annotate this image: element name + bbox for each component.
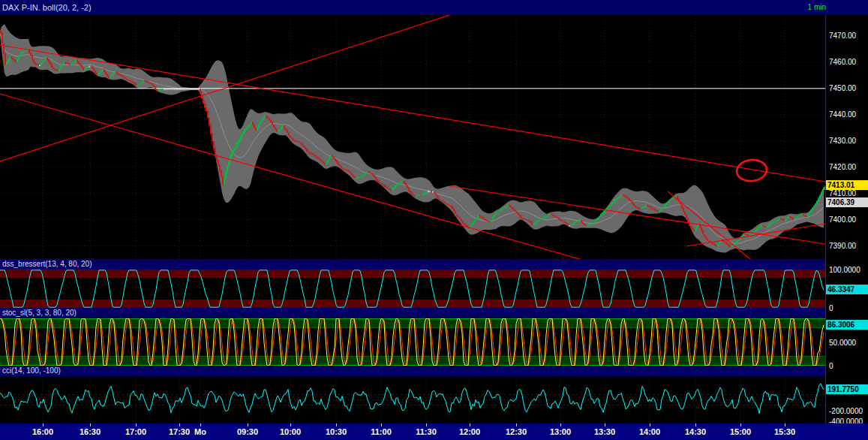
time-axis-label: 16:30 (80, 427, 101, 436)
price-axis-column[interactable]: 7413.01 7406.39 46.3347 86.3006 191.7750… (825, 15, 868, 423)
time-axis-label: 11:30 (416, 427, 437, 436)
axis-tick-label: 7390.00 (829, 242, 856, 250)
time-axis-label: 12:30 (506, 427, 527, 436)
timeframe-label: 1 min (808, 0, 826, 15)
time-axis-tick (650, 423, 650, 426)
cci-panel-header: cci(14, 100, -100) (0, 366, 868, 376)
dss-canvas (0, 270, 825, 308)
axis-tick-label: 7450.00 (829, 84, 856, 92)
time-axis-tick (290, 423, 291, 426)
axis-tick-label: 0 (829, 362, 833, 370)
stoc-value-badge: 86.3006 (826, 320, 868, 330)
time-axis-tick (516, 423, 517, 426)
time-axis-label: 13:00 (550, 427, 571, 436)
trading-app-window: DAX P-IN. boll(20, 2, -2) 1 min dss_bres… (0, 0, 868, 440)
time-axis-label: 17:00 (125, 427, 146, 436)
time-axis-label: Mo (194, 427, 206, 436)
dss-panel-header: dss_bressert(13, 4, 80, 20) (0, 259, 868, 270)
axis-tick-label: 50.0000 (829, 339, 856, 347)
time-axis[interactable]: 16:0016:3017:0017:30Mo09:3010:0010:3011:… (0, 423, 868, 440)
candlestick-canvas (0, 15, 825, 259)
main-price-chart[interactable] (0, 15, 825, 259)
axis-tick-label: 7460.00 (829, 58, 856, 66)
cci-indicator-panel[interactable] (0, 376, 825, 423)
time-axis-tick (43, 423, 44, 426)
axis-tick-label: 7410.00 (829, 189, 856, 197)
time-axis-tick (136, 423, 137, 426)
axis-tick-label: -200.0000 (829, 407, 863, 415)
time-axis-tick (470, 423, 470, 426)
time-axis-tick (740, 423, 741, 426)
cci-value-badge: 191.7750 (826, 384, 868, 394)
time-axis-label: 10:30 (326, 427, 347, 436)
time-axis-tick (605, 423, 605, 426)
time-axis-label: 14:30 (685, 427, 706, 436)
time-axis-label: 10:00 (280, 427, 301, 436)
time-axis-label: 09:30 (237, 427, 258, 436)
stochastic-panel-header: stoc_sl(5, 3, 3, 80, 20) (0, 308, 868, 318)
axis-tick-label: 7440.00 (829, 110, 856, 119)
stochastic-panel-title: stoc_sl(5, 3, 3, 80, 20) (2, 309, 77, 317)
time-axis-label: 15:30 (774, 427, 795, 436)
time-axis-label: 12:00 (459, 427, 480, 436)
time-axis-tick (695, 423, 696, 426)
dss-panel-title: dss_bressert(13, 4, 80, 20) (2, 260, 92, 268)
time-axis-tick (426, 423, 427, 426)
dss-indicator-panel[interactable] (0, 270, 825, 308)
axis-tick-label: 7420.00 (829, 163, 856, 171)
time-axis-label: 14:00 (639, 427, 660, 436)
time-axis-tick (248, 423, 248, 426)
indicator-price-badge: 7406.39 (826, 197, 868, 207)
time-axis-label: 16:00 (32, 427, 53, 436)
cci-canvas (0, 376, 825, 423)
main-chart-title: DAX P-IN. boll(20, 2, -2) (2, 3, 92, 12)
stochastic-indicator-panel[interactable] (0, 318, 825, 366)
stochastic-canvas (0, 318, 825, 366)
time-axis-tick (381, 423, 382, 426)
cci-panel-title: cci(14, 100, -100) (2, 366, 61, 375)
time-axis-label: 13:30 (594, 427, 615, 436)
axis-tick-label: 7470.00 (829, 32, 856, 40)
axis-tick-label: 7430.00 (829, 137, 856, 145)
time-axis-tick (179, 423, 180, 426)
time-axis-tick (785, 423, 785, 426)
time-axis-tick (200, 423, 201, 426)
time-axis-tick (90, 423, 91, 426)
time-axis-tick (560, 423, 561, 426)
time-axis-tick (336, 423, 337, 426)
axis-tick-label: 100.0000 (829, 266, 860, 274)
axis-tick-label: 0 (829, 304, 833, 312)
time-axis-label: 17:30 (169, 427, 190, 436)
dss-value-badge: 46.3347 (826, 285, 868, 294)
main-chart-header: DAX P-IN. boll(20, 2, -2) 1 min (0, 0, 868, 15)
time-axis-label: 11:00 (371, 427, 392, 436)
time-axis-label: 15:00 (730, 427, 751, 436)
axis-tick-label: 7400.00 (829, 215, 856, 224)
